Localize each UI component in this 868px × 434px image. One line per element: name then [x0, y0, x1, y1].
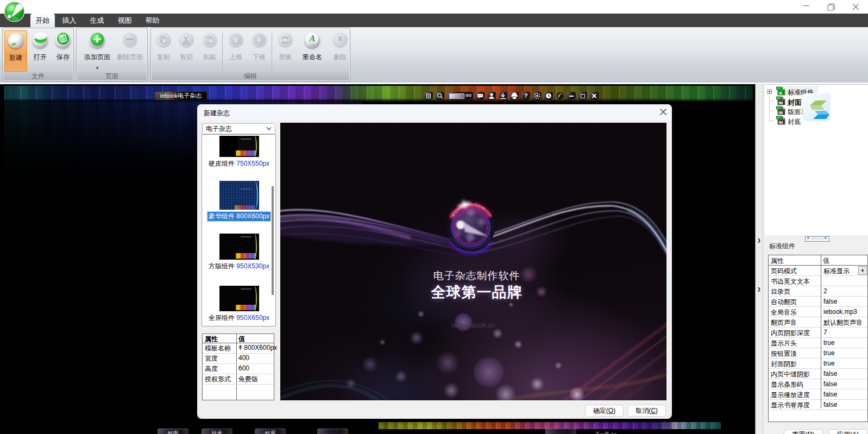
svg-text:IM: IM [778, 111, 783, 115]
svg-text:IM: IM [778, 121, 783, 124]
svg-text:IE: IE [779, 91, 783, 95]
svg-text:IM: IM [778, 101, 783, 105]
